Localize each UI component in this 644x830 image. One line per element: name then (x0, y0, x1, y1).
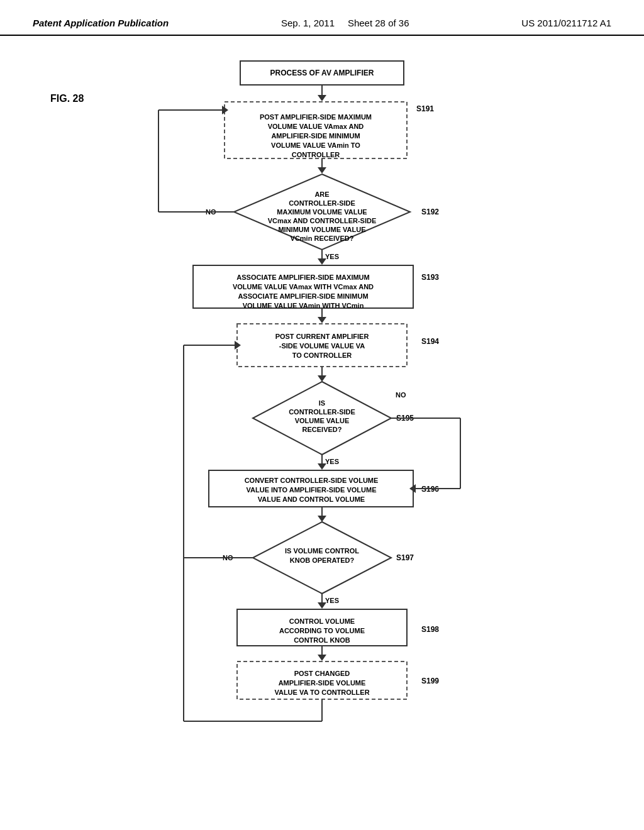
fig-label: FIG. 28 (50, 93, 84, 104)
svg-text:KNOB OPERATED?: KNOB OPERATED? (290, 556, 355, 564)
svg-text:MAXIMUM VOLUME VALUE: MAXIMUM VOLUME VALUE (277, 208, 367, 216)
svg-text:TO CONTROLLER: TO CONTROLLER (292, 351, 352, 359)
svg-text:VOLUME VALUE: VOLUME VALUE (295, 417, 350, 424)
svg-text:S194: S194 (421, 337, 439, 346)
svg-marker-32 (318, 317, 326, 323)
svg-text:IS VOLUME CONTROL: IS VOLUME CONTROL (285, 547, 359, 555)
svg-text:ACCORDING TO VOLUME: ACCORDING TO VOLUME (279, 627, 365, 634)
svg-text:IS: IS (319, 399, 325, 407)
svg-text:S192: S192 (421, 208, 439, 216)
svg-text:YES: YES (325, 253, 339, 260)
header-center: Sep. 1, 2011 Sheet 28 of 36 (281, 18, 409, 28)
svg-marker-75 (318, 655, 326, 661)
svg-text:S193: S193 (421, 273, 439, 282)
svg-text:MINIMUM VOLUME VALUE: MINIMUM VOLUME VALUE (278, 226, 365, 233)
svg-text:POST AMPLIFIER-SIDE MAXIMUM: POST AMPLIFIER-SIDE MAXIMUM (260, 113, 372, 121)
svg-text:CONTROLLER-SIDE: CONTROLLER-SIDE (289, 199, 355, 207)
svg-text:POST CHANGED: POST CHANGED (294, 670, 350, 677)
svg-text:-SIDE VOLUME VALUE VA: -SIDE VOLUME VALUE VA (279, 342, 365, 350)
svg-text:S191: S191 (416, 104, 434, 113)
svg-text:ASSOCIATE AMPLIFIER-SIDE MINIM: ASSOCIATE AMPLIFIER-SIDE MINIMUM (238, 292, 368, 300)
svg-text:S198: S198 (421, 625, 439, 634)
svg-text:S199: S199 (421, 677, 439, 685)
svg-text:VOLUME VALUE VAmin WITH VCmin: VOLUME VALUE VAmin WITH VCmin (243, 302, 364, 309)
svg-text:PROCESS OF AV AMPLIFIER: PROCESS OF AV AMPLIFIER (270, 69, 374, 77)
flowchart-svg: PROCESS OF AV AMPLIFIER S191 POST AMPLIF… (102, 55, 542, 790)
svg-text:CONTROLLER: CONTROLLER (292, 151, 340, 158)
svg-text:CONVERT CONTROLLER-SIDE VOLUME: CONVERT CONTROLLER-SIDE VOLUME (245, 477, 379, 484)
header-date: Sep. 1, 2011 (281, 18, 335, 28)
svg-text:VOLUME VALUE VAmax WITH VCmax : VOLUME VALUE VAmax WITH VCmax AND (233, 283, 374, 290)
svg-text:CONTROL VOLUME: CONTROL VOLUME (289, 617, 355, 625)
svg-text:YES: YES (325, 597, 339, 604)
svg-text:VOLUME VALUE VAmax AND: VOLUME VALUE VAmax AND (268, 123, 364, 130)
svg-text:VOLUME VALUE VAmin TO: VOLUME VALUE VAmin TO (271, 141, 360, 149)
svg-text:RECEIVED?: RECEIVED? (303, 426, 342, 433)
svg-text:VALUE AND CONTROL VOLUME: VALUE AND CONTROL VOLUME (258, 495, 365, 503)
svg-text:AMPLIFIER-SIDE MINIMUM: AMPLIFIER-SIDE MINIMUM (271, 132, 360, 140)
svg-text:VCmin RECEIVED?: VCmin RECEIVED? (291, 235, 354, 242)
svg-text:POST CURRENT AMPLIFIER: POST CURRENT AMPLIFIER (275, 333, 369, 340)
header-sheet: Sheet 28 of 36 (348, 18, 409, 28)
svg-marker-3 (318, 95, 326, 101)
svg-marker-60 (318, 516, 326, 522)
header-right: US 2011/0211712 A1 (521, 18, 611, 28)
svg-text:VCmax AND CONTROLLER-SIDE: VCmax AND CONTROLLER-SIDE (268, 217, 377, 224)
header-left: Patent Application Publication (33, 18, 169, 28)
svg-text:VALUE VA TO CONTROLLER: VALUE VA TO CONTROLLER (274, 689, 369, 696)
svg-text:NO: NO (396, 391, 406, 399)
svg-text:CONTROLLER-SIDE: CONTROLLER-SIDE (289, 408, 355, 416)
svg-text:AMPLIFIER-SIDE VOLUME: AMPLIFIER-SIDE VOLUME (279, 679, 366, 687)
svg-text:S197: S197 (396, 553, 414, 562)
svg-text:ARE: ARE (314, 191, 329, 198)
svg-marker-12 (318, 167, 326, 174)
page-header: Patent Application Publication Sep. 1, 2… (0, 0, 644, 36)
svg-text:YES: YES (325, 458, 339, 465)
svg-text:CONTROL KNOB: CONTROL KNOB (294, 636, 350, 644)
svg-text:VALUE INTO AMPLIFIER-SIDE VOLU: VALUE INTO AMPLIFIER-SIDE VOLUME (247, 486, 377, 494)
svg-rect-5 (225, 102, 407, 158)
svg-text:ASSOCIATE AMPLIFIER-SIDE MAXIM: ASSOCIATE AMPLIFIER-SIDE MAXIMUM (236, 274, 369, 281)
svg-marker-39 (318, 375, 326, 382)
